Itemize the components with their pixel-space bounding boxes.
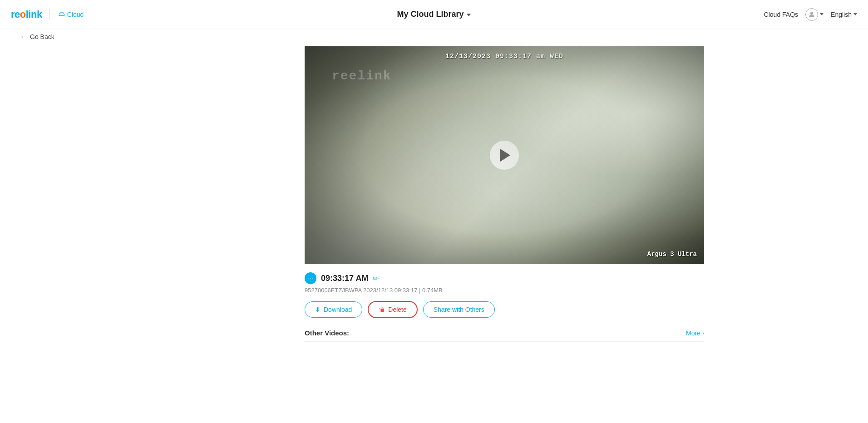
video-meta: 95270006ETZJBWPA 2023/12/13 09:33:17 | 0… [305, 287, 704, 294]
svg-point-0 [810, 12, 813, 15]
download-icon: ⬇ [315, 306, 321, 313]
user-menu[interactable] [805, 8, 824, 21]
language-chevron-icon [853, 13, 857, 15]
video-info: ··· 09:33:17 AM ✏ 95270006ETZJBWPA 2023/… [305, 264, 704, 342]
play-button[interactable] [490, 141, 519, 170]
more-label: More [686, 330, 700, 337]
more-options-icon[interactable]: ··· [305, 272, 316, 284]
action-buttons: ⬇ Download 🗑 Delete Share with Others [305, 301, 704, 318]
logo-divider [49, 9, 50, 20]
language-selector[interactable]: English [831, 11, 857, 18]
go-back-label: Go Back [30, 33, 54, 40]
library-title: My Cloud Library [397, 10, 464, 19]
logo-text: reolink [11, 9, 42, 20]
more-dots: ··· [307, 275, 314, 281]
more-link[interactable]: More › [686, 330, 704, 337]
cloud-icon [57, 11, 65, 18]
download-label: Download [324, 306, 352, 313]
edit-icon[interactable]: ✏ [373, 274, 379, 283]
cloud-faqs-link[interactable]: Cloud FAQs [764, 11, 798, 18]
video-player[interactable]: 12/13/2023 09:33:17 am WED reelink Argus… [305, 46, 704, 264]
user-icon [805, 8, 818, 21]
other-videos-header: Other Videos: More › [305, 329, 704, 342]
share-label: Share with Others [434, 306, 484, 313]
cloud-label: Cloud [57, 11, 84, 18]
user-chevron-icon [820, 13, 824, 15]
video-frame: 12/13/2023 09:33:17 am WED reelink Argus… [305, 46, 704, 264]
logo-area[interactable]: reolink Cloud [11, 9, 84, 20]
video-time-text: 09:33:17 AM [321, 274, 368, 283]
play-triangle-icon [500, 149, 510, 162]
video-watermark: reelink [332, 69, 392, 83]
trash-icon: 🗑 [379, 306, 385, 313]
delete-label: Delete [388, 306, 406, 313]
go-back-button[interactable]: ← Go Back [9, 29, 859, 46]
cloud-text: Cloud [67, 11, 84, 18]
back-arrow-icon: ← [20, 33, 27, 41]
person-icon [808, 11, 815, 18]
library-dropdown-icon [467, 14, 471, 16]
download-button[interactable]: ⬇ Download [305, 301, 362, 318]
more-chevron-icon: › [702, 330, 704, 336]
video-time-row: ··· 09:33:17 AM ✏ [305, 272, 704, 284]
camera-model: Argus 3 Ultra [647, 251, 697, 258]
library-title-area[interactable]: My Cloud Library [397, 10, 471, 19]
header-right: Cloud FAQs English [764, 8, 857, 21]
app-header: reolink Cloud My Cloud Library Cloud FAQ… [0, 0, 868, 29]
other-videos-label: Other Videos: [305, 329, 349, 337]
share-button[interactable]: Share with Others [423, 301, 495, 318]
language-label: English [831, 11, 852, 18]
delete-button[interactable]: 🗑 Delete [368, 301, 417, 318]
reolink-logo: reolink [11, 9, 42, 20]
video-timestamp: 12/13/2023 09:33:17 am WED [445, 53, 563, 60]
